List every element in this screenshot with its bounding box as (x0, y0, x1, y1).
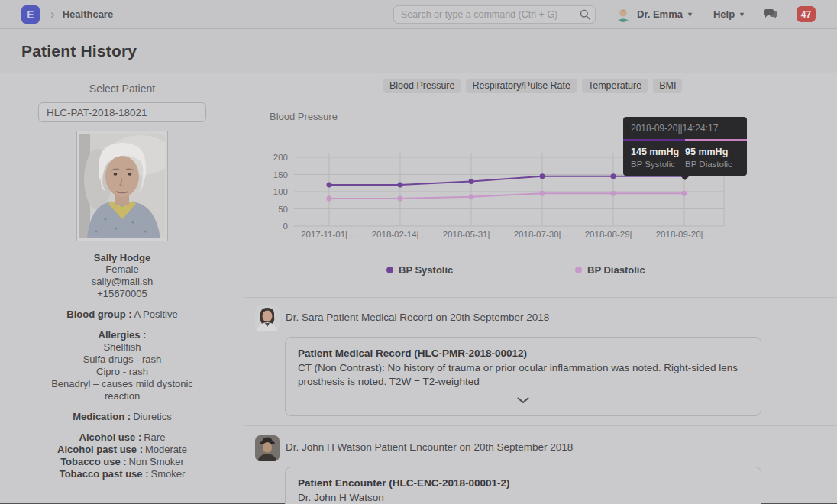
app-window: E › Healthcare (0, 0, 837, 504)
help-menu[interactable]: Help ▼ (713, 8, 745, 20)
tab-temperature[interactable]: Temperature (582, 79, 648, 93)
svg-text:2018-05-31| ...: 2018-05-31| ... (443, 230, 500, 239)
legend-dot-icon (575, 267, 582, 273)
chart-title: Blood Pressure (270, 111, 338, 122)
doctor-avatar (255, 305, 280, 331)
tab-blood-pressure[interactable]: Blood Pressure (383, 79, 461, 93)
chart-tooltip: 2018-09-20||14:24:17 145 mmHg BP Systoli… (623, 117, 747, 176)
patient-name: Sally Hodge (0, 252, 244, 263)
search-input[interactable] (393, 5, 596, 24)
patient-select-input[interactable] (38, 102, 206, 122)
app-logo[interactable]: E (21, 5, 40, 24)
blood-group: Blood group :A Positive (0, 309, 244, 321)
allergy-item: Sulfa drugs - rash (34, 354, 210, 366)
tobacco-past-use: Tobacco past use :Smoker (0, 468, 244, 480)
svg-text:200: 200 (273, 153, 288, 162)
tooltip-diastolic-color-bar (685, 139, 747, 141)
patient-photo (76, 131, 168, 241)
user-avatar (616, 7, 631, 22)
allergy-item: Cipro - rash (34, 366, 210, 378)
help-label: Help (713, 8, 735, 20)
patient-gender: Female (0, 263, 244, 276)
record-card: Patient Medical Record (HLC-PMR-2018-000… (285, 337, 761, 416)
content: Select Patient (0, 73, 837, 503)
timeline-records: Dr. Sara Patient Medical Record on 20th … (244, 297, 837, 504)
notification-badge[interactable]: 47 (797, 6, 816, 22)
legend-dot-icon (386, 267, 393, 273)
record-doctor: Dr. John H Watson (298, 491, 748, 504)
medication: Medication :Diuretics (0, 411, 244, 423)
tooltip-systolic: 145 mmHg BP Systolic (631, 147, 685, 169)
tobacco-use: Tobacco use :Non Smoker (0, 456, 244, 468)
user-menu[interactable]: Dr. Emma ▼ (616, 7, 693, 22)
record-title: Patient Medical Record (HLC-PMR-2018-000… (298, 347, 748, 359)
allergies-label: Allergies : (0, 329, 244, 341)
breadcrumb[interactable]: Healthcare (63, 8, 113, 20)
user-name: Dr. Emma (637, 8, 683, 20)
patient-sidebar: Select Patient (0, 73, 244, 503)
chevron-right-icon: › (50, 8, 55, 21)
tab-bmi[interactable]: BMI (653, 79, 682, 93)
navbar-right: Dr. Emma ▼ Help ▼ 47 (393, 5, 816, 24)
svg-text:0: 0 (283, 221, 288, 231)
chevron-down-icon (517, 397, 529, 404)
svg-text:50: 50 (278, 205, 288, 214)
app-logo-letter: E (27, 8, 34, 21)
page-header: Patient History (0, 29, 837, 73)
tooltip-timestamp: 2018-09-20||14:24:17 (631, 123, 739, 134)
svg-text:2018-08-29| ...: 2018-08-29| ... (585, 230, 642, 239)
record-card: Patient Encounter (HLC-ENC-2018-00001-2)… (285, 467, 761, 504)
record-heading: Dr. Sara Patient Medical Record on 20th … (286, 312, 549, 323)
svg-text:150: 150 (273, 170, 288, 179)
chat-icon[interactable] (764, 8, 778, 21)
legend-bp-diastolic[interactable]: BP Diastolic (575, 264, 645, 276)
tooltip-diastolic: 95 mmHg BP Diastolic (685, 147, 739, 169)
record-divider (244, 425, 837, 426)
tooltip-divider (623, 139, 747, 141)
navbar: E › Healthcare (0, 0, 837, 29)
patient-phone: +15670005 (0, 288, 244, 300)
navbar-left: E › Healthcare (21, 5, 113, 24)
record-medical-record: Dr. Sara Patient Medical Record on 20th … (244, 305, 837, 416)
chevron-down-icon: ▼ (738, 11, 745, 18)
main-panel: Blood Pressure Respiratory/Pulse Rate Te… (244, 73, 837, 503)
svg-text:2018-02-14| ...: 2018-02-14| ... (372, 230, 429, 239)
tab-respiratory-pulse-rate[interactable]: Respiratory/Pulse Rate (466, 79, 577, 93)
patient-email: sally@mail.sh (0, 276, 244, 288)
chart-legend: BP Systolic BP Diastolic (244, 264, 748, 276)
record-patient-encounter: Dr. John H Watson Patient Encounter on 2… (244, 435, 837, 504)
legend-bp-systolic[interactable]: BP Systolic (386, 264, 453, 276)
record-title: Patient Encounter (HLC-ENC-2018-00001-2) (298, 477, 748, 489)
allergy-item: Benadryl – causes mild dystonic reaction (34, 378, 210, 402)
vitals-tabs: Blood Pressure Respiratory/Pulse Rate Te… (383, 79, 682, 93)
alcohol-use: Alcohol use :Rare (0, 431, 244, 444)
svg-text:2018-07-30| ...: 2018-07-30| ... (514, 230, 571, 239)
record-heading: Dr. John H Watson Patient Encounter on 2… (286, 441, 573, 453)
doctor-avatar (255, 435, 280, 461)
allergy-item: Shellfish (34, 341, 210, 354)
tooltip-systolic-color-bar (623, 139, 685, 141)
page-title: Patient History (21, 42, 137, 60)
alcohol-past-use: Alcohol past use :Moderate (0, 444, 244, 456)
expand-record-button[interactable] (512, 393, 534, 408)
svg-text:2018-09-20| ...: 2018-09-20| ... (656, 230, 713, 239)
svg-text:100: 100 (273, 187, 288, 196)
search-icon[interactable] (580, 9, 590, 20)
svg-text:2017-11-01| ...: 2017-11-01| ... (301, 230, 357, 239)
chevron-down-icon: ▼ (687, 11, 693, 18)
select-patient-label: Select Patient (0, 82, 244, 95)
global-search (393, 5, 596, 24)
record-body: CT (Non Contrast): No history of trauma … (298, 361, 748, 388)
